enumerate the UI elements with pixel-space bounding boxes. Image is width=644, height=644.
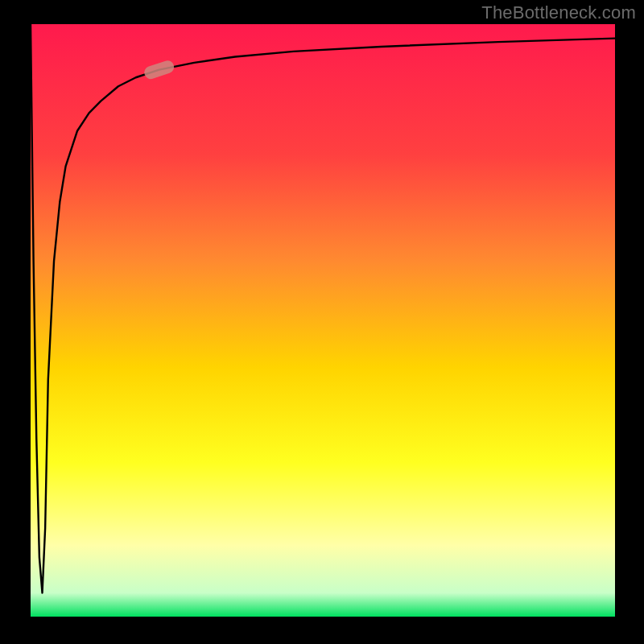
watermark-text: TheBottleneck.com	[481, 2, 636, 23]
chart-stage: TheBottleneck.com	[0, 0, 644, 644]
plot-area	[31, 24, 615, 617]
bottleneck-chart	[0, 0, 644, 644]
